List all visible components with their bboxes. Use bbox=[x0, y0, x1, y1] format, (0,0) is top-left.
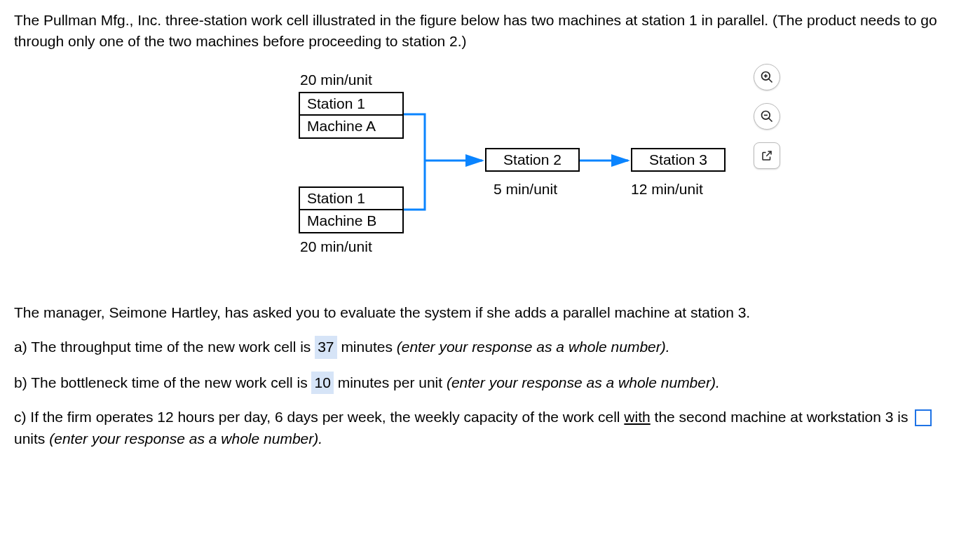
popout-icon bbox=[761, 149, 773, 162]
svg-line-3 bbox=[769, 79, 773, 82]
answer-c-input[interactable] bbox=[915, 409, 932, 426]
qa-b-hint: (enter your response as a whole number). bbox=[447, 374, 720, 390]
qa-c-pre1: c) If the firm operates 12 hours per day… bbox=[14, 409, 624, 425]
svg-line-7 bbox=[769, 118, 773, 121]
qa-c-pre2: the second machine at workstation 3 is bbox=[651, 409, 913, 425]
qa-b-pre: b) The bottleneck time of the new work c… bbox=[14, 374, 311, 390]
answer-b-input[interactable]: 10 bbox=[311, 372, 333, 394]
qa-a-hint: (enter your response as a whole number). bbox=[397, 339, 670, 355]
popout-button[interactable] bbox=[754, 142, 780, 169]
qa-b-post1: minutes per unit bbox=[338, 374, 447, 390]
qa-c-post1: units bbox=[14, 430, 49, 447]
flow-lines bbox=[14, 64, 785, 281]
problem-intro: The Pullman Mfg., Inc. three-station wor… bbox=[14, 10, 966, 53]
qa-a-pre: a) The throughput time of the new work c… bbox=[14, 339, 315, 355]
question-b: b) The bottleneck time of the new work c… bbox=[14, 372, 966, 394]
zoom-in-icon bbox=[760, 70, 774, 84]
manager-prompt: The manager, Seimone Hartley, has asked … bbox=[14, 302, 966, 323]
svg-line-9 bbox=[766, 151, 771, 156]
zoom-in-button[interactable] bbox=[754, 64, 780, 90]
figure-controls bbox=[754, 64, 780, 169]
zoom-out-icon bbox=[760, 109, 774, 123]
answer-a-input[interactable]: 37 bbox=[315, 336, 336, 358]
question-c: c) If the firm operates 12 hours per day… bbox=[14, 407, 966, 449]
zoom-out-button[interactable] bbox=[754, 103, 780, 130]
qa-c-hint: (enter your response as a whole number). bbox=[49, 430, 322, 447]
qa-a-post1: minutes bbox=[341, 339, 396, 355]
qa-c-with: with bbox=[624, 409, 650, 425]
work-cell-diagram: 20 min/unit Station 1 Machine A Station … bbox=[14, 64, 966, 281]
question-a: a) The throughput time of the new work c… bbox=[14, 336, 966, 358]
